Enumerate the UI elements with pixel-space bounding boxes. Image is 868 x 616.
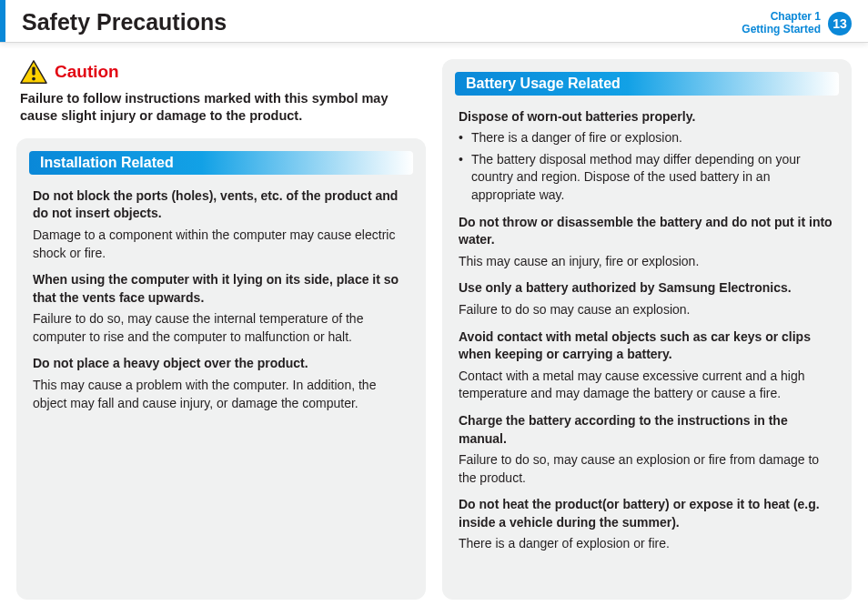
page-header: Safety Precautions Chapter 1 Getting Sta… — [0, 0, 868, 43]
content-columns: Caution Failure to follow instructions m… — [0, 43, 868, 616]
installation-item-body: Damage to a component within the compute… — [33, 227, 409, 262]
list-item: There is a danger of fire or explosion. — [459, 129, 835, 147]
page-title: Safety Precautions — [20, 9, 227, 35]
installation-panel: Installation Related Do not block the po… — [16, 138, 426, 600]
column-left: Caution Failure to follow instructions m… — [16, 59, 426, 600]
installation-item-bold: Do not block the ports (holes), vents, e… — [33, 187, 409, 223]
battery-dispose-list: There is a danger of fire or explosion. … — [459, 129, 835, 204]
chapter-label: Chapter 1 Getting Started — [742, 11, 821, 36]
caution-title: Caution — [55, 62, 119, 82]
list-item: The battery disposal method may differ d… — [459, 151, 835, 205]
installation-item-bold: Do not place a heavy object over the pro… — [33, 355, 409, 373]
header-meta: Chapter 1 Getting Started 13 — [742, 9, 852, 36]
warning-icon — [20, 59, 47, 85]
battery-item-body: Contact with a metal may cause excessive… — [459, 368, 835, 403]
chapter-line-2: Getting Started — [742, 24, 821, 36]
battery-dispose-bold: Dispose of worn-out batteries properly. — [459, 108, 835, 126]
battery-item-bold: Use only a battery authorized by Samsung… — [459, 279, 835, 298]
battery-item-bold: Do not heat the product(or battery) or e… — [459, 496, 835, 531]
installation-item-body: Failure to do so, may cause the internal… — [33, 310, 409, 346]
svg-point-2 — [32, 76, 35, 80]
caution-block: Caution Failure to follow instructions m… — [16, 59, 426, 138]
battery-item-body: Failure to do so, may cause an explosion… — [459, 451, 835, 487]
battery-item-bold: Charge the battery according to the inst… — [459, 412, 835, 448]
installation-heading: Installation Related — [29, 151, 413, 175]
svg-rect-1 — [32, 66, 35, 75]
page: Safety Precautions Chapter 1 Getting Sta… — [0, 0, 868, 616]
column-right: Battery Usage Related Dispose of worn-ou… — [442, 59, 852, 600]
battery-heading: Battery Usage Related — [455, 72, 839, 96]
battery-item-bold: Avoid contact with metal objects such as… — [459, 328, 835, 364]
page-number-badge: 13 — [828, 12, 852, 35]
battery-panel: Battery Usage Related Dispose of worn-ou… — [442, 59, 852, 600]
battery-item-body: Failure to do so may cause an explosion. — [459, 301, 835, 319]
caution-description: Failure to follow instructions marked wi… — [20, 90, 422, 126]
caution-head: Caution — [20, 59, 422, 85]
chapter-line-1: Chapter 1 — [742, 11, 821, 24]
battery-item-bold: Do not throw or disassemble the battery … — [459, 214, 835, 249]
battery-item-body: This may cause an injury, fire or explos… — [459, 253, 835, 271]
installation-item-bold: When using the computer with it lying on… — [33, 271, 409, 307]
battery-item-body: There is a danger of explosion or fire. — [459, 535, 835, 553]
installation-item-body: This may cause a problem with the comput… — [33, 377, 409, 412]
